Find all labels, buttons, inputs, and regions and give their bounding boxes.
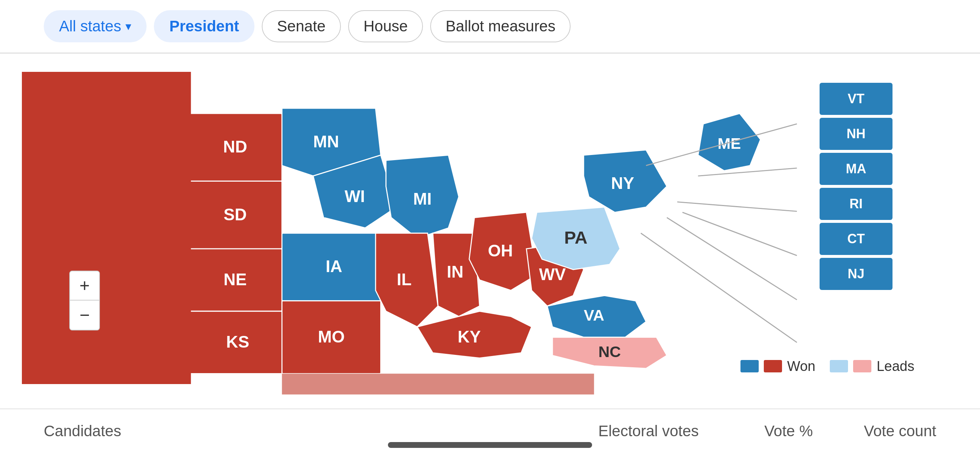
vote-count-label: Vote count [864, 423, 937, 440]
svg-text:IN: IN [447, 263, 464, 281]
svg-text:NC: NC [598, 343, 621, 360]
svg-text:ND: ND [223, 137, 247, 156]
state-nj-box[interactable]: NJ [819, 258, 892, 290]
state-vt-box[interactable]: VT [819, 83, 892, 115]
state-ri-box[interactable]: RI [819, 188, 892, 220]
legend-blue-won: Won [740, 359, 815, 374]
svg-line-41 [667, 217, 797, 300]
svg-line-39 [678, 202, 797, 212]
western-states-red [22, 72, 191, 384]
map-legend: Won Leads [740, 359, 915, 374]
svg-line-38 [698, 168, 797, 176]
svg-rect-44 [282, 373, 594, 394]
president-button[interactable]: President [154, 10, 254, 42]
south-states-red [282, 373, 594, 394]
state-ia[interactable]: IA [282, 233, 386, 301]
state-nh-box[interactable]: NH [819, 118, 892, 150]
svg-text:IL: IL [397, 270, 412, 289]
map-container: ND SD NE KS MN [0, 65, 980, 404]
svg-text:OH: OH [488, 241, 512, 260]
state-ne[interactable]: NE [188, 249, 282, 311]
chevron-down-icon: ▾ [126, 19, 131, 33]
ballot-measures-button[interactable]: Ballot measures [430, 10, 571, 42]
zoom-controls: + − [69, 271, 100, 330]
svg-text:VA: VA [584, 306, 604, 324]
svg-line-40 [682, 212, 797, 255]
light-red-swatch [853, 360, 871, 372]
svg-rect-43 [22, 72, 191, 384]
svg-text:ME: ME [718, 135, 741, 152]
state-pa[interactable]: PA [531, 207, 620, 270]
light-blue-swatch [830, 360, 848, 372]
legend-leads: Leads [830, 359, 915, 374]
senate-button[interactable]: Senate [262, 10, 341, 42]
electoral-votes-label: Electoral votes [598, 423, 698, 440]
scroll-indicator[interactable] [388, 442, 592, 448]
svg-text:MI: MI [413, 190, 432, 208]
svg-text:NE: NE [223, 270, 247, 289]
small-states-panel: VT NH MA RI CT NJ [819, 83, 892, 290]
svg-text:WI: WI [345, 187, 365, 206]
top-navigation: All states ▾ President Senate House Ball… [0, 0, 980, 53]
all-states-button[interactable]: All states ▾ [44, 10, 146, 42]
red-swatch [764, 360, 782, 372]
bottom-bar: Candidates Electoral votes Vote % Vote c… [0, 408, 980, 453]
state-va[interactable]: VA [547, 295, 646, 337]
svg-text:MN: MN [313, 132, 339, 151]
all-states-label: All states [59, 18, 121, 35]
state-nd[interactable]: ND [188, 113, 282, 181]
svg-text:SD: SD [223, 205, 247, 224]
vote-pct-label: Vote % [764, 423, 813, 440]
candidates-label: Candidates [44, 423, 598, 440]
state-nc[interactable]: NC [552, 337, 667, 369]
svg-text:WV: WV [539, 265, 566, 284]
state-ma-box[interactable]: MA [819, 153, 892, 185]
leads-label: Leads [877, 359, 915, 374]
svg-text:IA: IA [326, 257, 342, 276]
us-map[interactable]: ND SD NE KS MN [22, 72, 958, 395]
svg-text:NY: NY [611, 174, 634, 193]
svg-text:PA: PA [565, 228, 588, 247]
zoom-in-button[interactable]: + [70, 271, 99, 301]
state-il[interactable]: IL [375, 233, 438, 327]
house-button[interactable]: House [348, 10, 423, 42]
svg-line-42 [641, 233, 797, 343]
state-sd[interactable]: SD [188, 181, 282, 249]
state-ny[interactable]: NY [584, 150, 667, 212]
state-mo[interactable]: MO [282, 301, 380, 374]
svg-text:MO: MO [318, 327, 345, 346]
state-ky[interactable]: KY [417, 311, 531, 358]
map-wrapper: ND SD NE KS MN [22, 72, 958, 396]
svg-text:KY: KY [458, 327, 480, 346]
zoom-out-button[interactable]: − [70, 301, 99, 330]
blue-swatch [740, 360, 759, 372]
state-ct-box[interactable]: CT [819, 223, 892, 255]
svg-text:KS: KS [226, 333, 249, 351]
state-ks[interactable]: KS [188, 311, 293, 373]
won-label: Won [787, 359, 815, 374]
nav-divider [0, 53, 980, 54]
state-mi[interactable]: MI [386, 155, 459, 238]
